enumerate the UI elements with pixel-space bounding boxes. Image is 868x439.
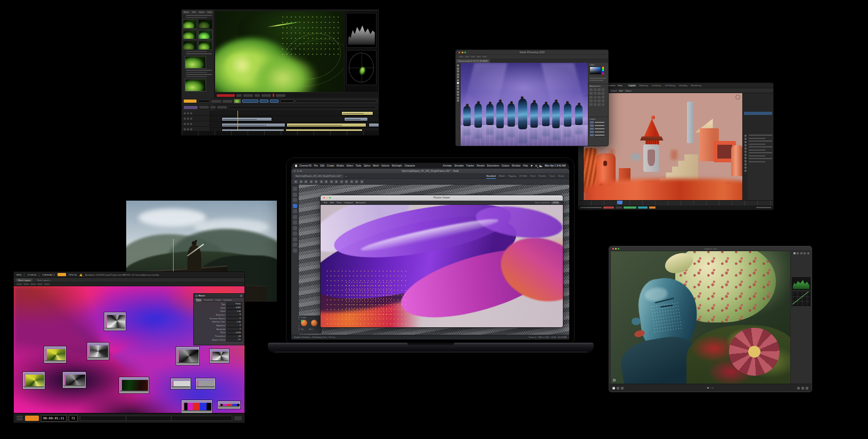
media-panel-tab[interactable]: Tools	[206, 11, 214, 14]
mode-toggles[interactable]	[17, 416, 23, 420]
layout-tab[interactable]: Standard	[486, 174, 495, 179]
toolbar-icon[interactable]	[340, 180, 343, 184]
tool-option[interactable]	[459, 56, 463, 57]
toolbar-icon[interactable]	[294, 180, 298, 184]
wifi-icon[interactable]	[530, 165, 533, 167]
tool-button[interactable]	[184, 106, 198, 109]
toolbar-icon[interactable]	[299, 180, 303, 184]
transport-button[interactable]	[255, 94, 260, 97]
properties-tab-icon[interactable]	[744, 147, 747, 150]
property-row[interactable]	[749, 161, 765, 162]
page-dots[interactable]	[707, 387, 714, 389]
outliner-row[interactable]	[744, 122, 772, 126]
tool-option[interactable]	[465, 56, 469, 57]
tone-curve[interactable]	[792, 291, 810, 306]
palette-tool-icon[interactable]	[293, 249, 297, 253]
toolbar-icon[interactable]	[355, 180, 358, 184]
timeline-clip[interactable]	[369, 123, 379, 127]
workspace-tab[interactable]: Layout	[628, 84, 637, 87]
fullscreen-icon[interactable]	[806, 387, 808, 390]
frame-scrubber[interactable]	[80, 416, 232, 421]
adjustment-icon[interactable]	[589, 88, 593, 91]
panel-title[interactable]: Layers	[589, 118, 607, 120]
document-tab[interactable]: SpinningShapes_4K_240_SingleFrame.c4d *	[293, 174, 343, 178]
help-icon[interactable]	[195, 295, 198, 297]
transport-button[interactable]	[261, 94, 271, 97]
adjustment-icon[interactable]	[602, 96, 605, 98]
project-chip[interactable]	[58, 273, 66, 276]
media-panel-tab[interactable]: Media	[183, 11, 190, 14]
clip-thumbnail[interactable]	[183, 19, 197, 29]
picture-viewer-menu-item[interactable]: Animation	[356, 201, 366, 204]
timeline-playhead[interactable]	[238, 111, 238, 131]
track-header[interactable]	[182, 121, 210, 127]
properties-tab-icon[interactable]	[744, 163, 747, 165]
search-icon[interactable]	[535, 165, 537, 167]
breadcrumb-chip[interactable]	[30, 283, 36, 285]
toolbar-icon[interactable]	[334, 180, 338, 184]
batch-node-spiral-gray2[interactable]	[87, 343, 109, 360]
picture-viewer-menu-item[interactable]: View	[337, 201, 341, 204]
timeline-clip[interactable]	[344, 117, 368, 121]
batch-node-blank-light[interactable]	[171, 378, 191, 389]
property-row[interactable]	[749, 155, 765, 156]
tool-icon[interactable]	[457, 79, 459, 81]
noise-panel-titlebar[interactable]: Noise	[194, 294, 244, 298]
adjustment-icon[interactable]	[602, 92, 605, 95]
tool-button[interactable]	[223, 100, 232, 103]
batch-node-blank-gray[interactable]	[196, 378, 215, 389]
palette-tool-icon[interactable]	[293, 198, 297, 202]
breadcrumb-chip[interactable]	[17, 283, 22, 285]
transport-button[interactable]	[243, 94, 253, 97]
close-icon[interactable]	[240, 295, 242, 297]
color-picker-field[interactable]	[589, 67, 601, 74]
toolbar-icon[interactable]	[309, 180, 313, 184]
timeline-ruler[interactable]	[182, 131, 379, 135]
tool-icon[interactable]	[457, 100, 459, 102]
tool-icon[interactable]	[457, 88, 459, 90]
menubar-item[interactable]: Extensions	[487, 164, 499, 167]
frame-field[interactable]: 72	[69, 415, 78, 421]
workspace-tab[interactable]: Modeling	[638, 84, 649, 87]
tool-icon[interactable]	[457, 64, 459, 67]
clip-thumbnail[interactable]	[198, 30, 212, 39]
timecode-field[interactable]: 00:00:01:11	[41, 415, 67, 421]
timeline-strip[interactable]	[578, 200, 773, 205]
timeline-clip[interactable]	[222, 117, 272, 121]
layout-tab[interactable]: Script	[558, 174, 564, 179]
viewport-menu-item[interactable]: Select	[611, 89, 617, 92]
material-thumbnail[interactable]	[311, 320, 317, 326]
rgb-slider[interactable]	[589, 78, 606, 79]
clip-thumbnail[interactable]	[198, 40, 212, 50]
palette-tool-icon[interactable]	[293, 243, 297, 247]
reference-thumbnail[interactable]	[234, 99, 241, 103]
tool-icon[interactable]	[457, 94, 459, 96]
tree-item[interactable]	[186, 53, 212, 54]
clip-thumbnail[interactable]	[183, 40, 197, 50]
panel-title[interactable]: Color	[589, 64, 607, 66]
properties-tab-icon[interactable]	[744, 138, 747, 140]
workspace-tab[interactable]: Sculpting	[651, 84, 662, 87]
tool-button[interactable]	[210, 106, 216, 109]
render-button[interactable]	[25, 416, 39, 421]
noise-panel-tab[interactable]: Transform	[203, 299, 213, 301]
properties-tab-icon[interactable]	[744, 160, 747, 162]
clip-thumbnail[interactable]	[198, 19, 212, 29]
clip-thumbnail-large[interactable]	[185, 79, 206, 92]
batch-node-spiral-dark[interactable]	[63, 372, 86, 388]
layout-tab[interactable]: Model	[499, 174, 505, 179]
palette-tool-icon[interactable]	[293, 231, 297, 236]
pan-tool-icon[interactable]	[617, 387, 619, 390]
picture-viewer-menu-item[interactable]: Compare	[344, 201, 353, 204]
clip-thumbnail-large[interactable]	[185, 56, 206, 69]
adjustment-icon[interactable]	[602, 88, 605, 91]
breadcrumb-chip[interactable]	[23, 283, 29, 285]
tree-item[interactable]	[186, 17, 207, 18]
adjustment-icon[interactable]	[594, 100, 597, 102]
menubar-item[interactable]: File	[314, 164, 317, 167]
tree-item[interactable]	[186, 74, 212, 75]
layer-row[interactable]	[589, 134, 607, 137]
property-row[interactable]	[749, 138, 765, 139]
tool-icon[interactable]	[457, 91, 459, 93]
navigation-gizmo-icon[interactable]	[735, 95, 740, 100]
